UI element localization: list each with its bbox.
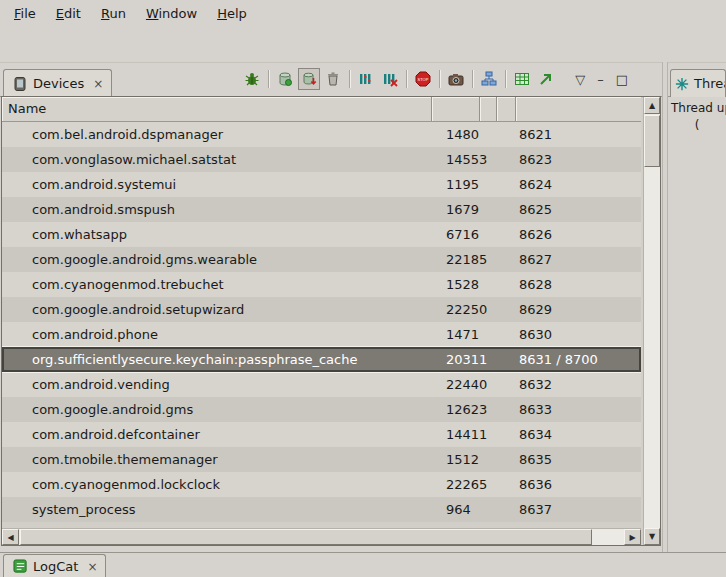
update-heap-icon[interactable] [274, 68, 296, 90]
start-tracing-icon[interactable] [535, 68, 557, 90]
main-toolbar [0, 26, 726, 63]
menu-help[interactable]: Help [207, 3, 257, 24]
process-port: 8631 / 8700 [519, 347, 598, 372]
device-row[interactable]: com.android.phone14718630 [2, 322, 641, 347]
threads-content: Thread up ( [668, 100, 726, 134]
threads-icon [675, 76, 689, 92]
process-pid: 1471 [446, 322, 479, 347]
toolbar-separator [505, 70, 506, 88]
tab-logcat[interactable]: LogCat × [3, 554, 106, 577]
process-pid: 1512 [446, 447, 479, 472]
maximize-icon[interactable]: □ [616, 72, 628, 87]
cause-gc-icon[interactable] [322, 68, 344, 90]
process-port: 8633 [519, 397, 552, 422]
process-pid: 22250 [446, 297, 487, 322]
process-port: 8630 [519, 322, 552, 347]
process-name: com.android.systemui [32, 172, 176, 197]
system-trace-icon[interactable] [511, 68, 533, 90]
scroll-up-button[interactable]: ▲ [644, 97, 660, 114]
column-header-port [516, 97, 641, 121]
update-threads-icon[interactable] [355, 68, 377, 90]
process-port: 8627 [519, 247, 552, 272]
process-port: 8626 [519, 222, 552, 247]
process-name: com.bel.android.dspmanager [32, 122, 223, 147]
scroll-left-button[interactable]: ◀ [2, 529, 19, 545]
horizontal-scrollbar-thumb[interactable] [20, 529, 592, 545]
close-icon[interactable]: × [93, 77, 103, 91]
process-pid: 14553 [446, 147, 487, 172]
devices-tabstrip: Devices × [0, 62, 662, 97]
menubar: FileEditRunWindowHelp [0, 0, 726, 26]
process-pid: 22265 [446, 472, 487, 497]
device-row[interactable]: com.android.smspush16798625 [2, 197, 641, 222]
process-port: 8635 [519, 447, 552, 472]
method-profiling-icon[interactable] [379, 68, 401, 90]
toolbar-separator [349, 70, 350, 88]
menu-run[interactable]: Run [91, 3, 136, 24]
debug-icon[interactable] [241, 68, 263, 90]
threads-tabstrip: Threa [668, 62, 726, 97]
menu-edit[interactable]: Edit [46, 3, 91, 24]
dump-hprof-icon[interactable] [298, 68, 320, 90]
process-port: 8629 [519, 297, 552, 322]
device-row[interactable]: com.android.defcontainer144118634 [2, 422, 641, 447]
process-port: 8628 [519, 272, 552, 297]
tab-devices[interactable]: Devices × [3, 69, 112, 97]
devices-table: Name com.bel.android.dspmanager14808621c… [1, 96, 661, 546]
process-port: 8634 [519, 422, 552, 447]
screen-capture-icon[interactable] [445, 68, 467, 90]
toolbar-separator [268, 70, 269, 88]
tab-logcat-label: LogCat [33, 559, 78, 574]
svg-text:STOP: STOP [418, 77, 429, 82]
process-port: 8636 [519, 472, 552, 497]
toolbar-separator [406, 70, 407, 88]
device-row[interactable]: com.vonglasow.michael.satstat145538623 [2, 147, 641, 172]
process-port: 8625 [519, 197, 552, 222]
column-header-spacer2 [497, 97, 516, 121]
device-row[interactable]: com.bel.android.dspmanager14808621 [2, 122, 641, 147]
column-header-name[interactable]: Name [2, 97, 432, 121]
tab-threads[interactable]: Threa [670, 69, 726, 97]
threads-message-line: ( [668, 117, 726, 134]
view-hierarchy-icon[interactable] [478, 68, 500, 90]
process-pid: 1679 [446, 197, 479, 222]
process-name: com.android.vending [32, 372, 170, 397]
view-menu-icon[interactable]: ▽ [575, 72, 585, 87]
process-pid: 14411 [446, 422, 487, 447]
device-row[interactable]: com.google.android.gms126238633 [2, 397, 641, 422]
vertical-scrollbar[interactable]: ▲ ▼ [643, 97, 660, 545]
horizontal-scrollbar[interactable]: ◀ ▶ [2, 528, 641, 545]
stop-process-icon[interactable]: STOP [412, 68, 434, 90]
process-pid: 1480 [446, 122, 479, 147]
device-row[interactable]: com.android.systemui11958624 [2, 172, 641, 197]
device-row[interactable]: com.google.android.gms.wearable221858627 [2, 247, 641, 272]
process-pid: 1195 [446, 172, 479, 197]
device-row[interactable]: com.cyanogenmod.lockclock222658636 [2, 472, 641, 497]
minimize-icon[interactable]: – [597, 72, 604, 87]
close-icon[interactable]: × [87, 560, 97, 574]
process-name: com.android.defcontainer [32, 422, 200, 447]
process-name: com.google.android.setupwizard [32, 297, 244, 322]
vertical-scrollbar-thumb[interactable] [644, 115, 660, 167]
device-icon [12, 76, 28, 92]
process-name: com.cyanogenmod.trebuchet [32, 272, 224, 297]
process-name: com.whatsapp [32, 222, 127, 247]
column-header-pid [432, 97, 480, 121]
scroll-right-button[interactable]: ▶ [624, 529, 641, 545]
menu-window[interactable]: Window [136, 3, 207, 24]
table-header: Name [2, 97, 641, 122]
device-row[interactable]: org.sufficientlysecure.keychain:passphra… [2, 347, 641, 372]
device-row[interactable]: com.whatsapp67168626 [2, 222, 641, 247]
device-row[interactable]: system_process9648637 [2, 497, 641, 522]
device-row[interactable]: com.tmobile.thememanager15128635 [2, 447, 641, 472]
process-pid: 12623 [446, 397, 487, 422]
process-port: 8623 [519, 147, 552, 172]
device-row[interactable]: com.android.vending224408632 [2, 372, 641, 397]
device-row[interactable]: com.google.android.setupwizard222508629 [2, 297, 641, 322]
menu-file[interactable]: File [4, 3, 46, 24]
column-header-spacer1 [480, 97, 497, 121]
device-row[interactable]: com.cyanogenmod.trebuchet15288628 [2, 272, 641, 297]
toolbar-separator [472, 70, 473, 88]
tab-devices-label: Devices [33, 76, 84, 91]
scroll-down-button[interactable]: ▼ [644, 528, 660, 545]
